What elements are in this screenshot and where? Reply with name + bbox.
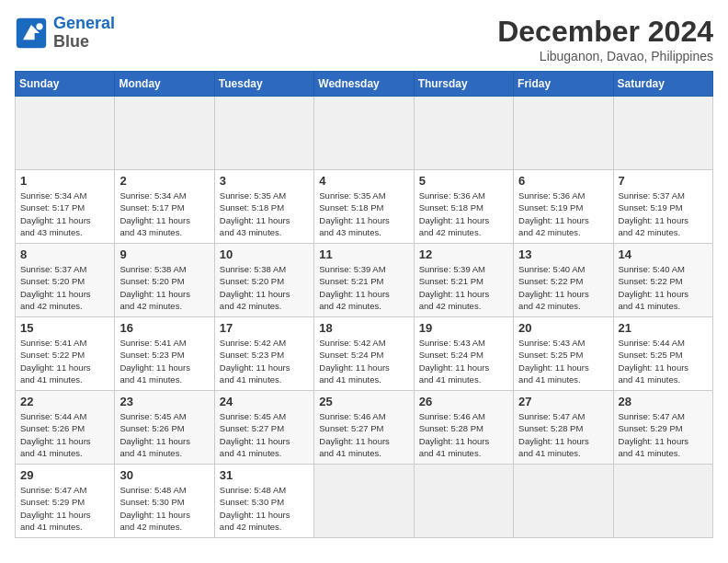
calendar-week-row: 1Sunrise: 5:34 AM Sunset: 5:17 PM Daylig… bbox=[16, 170, 713, 244]
calendar-cell: 19Sunrise: 5:43 AM Sunset: 5:24 PM Dayli… bbox=[414, 317, 513, 391]
calendar-cell: 28Sunrise: 5:47 AM Sunset: 5:29 PM Dayli… bbox=[613, 391, 712, 465]
title-block: December 2024 Libuganon, Davao, Philippi… bbox=[497, 15, 713, 63]
calendar-cell: 25Sunrise: 5:46 AM Sunset: 5:27 PM Dayli… bbox=[314, 391, 414, 465]
calendar-cell: 16Sunrise: 5:41 AM Sunset: 5:23 PM Dayli… bbox=[115, 317, 214, 391]
location: Libuganon, Davao, Philippines bbox=[497, 49, 713, 63]
day-info: Sunrise: 5:34 AM Sunset: 5:17 PM Dayligh… bbox=[119, 190, 209, 238]
day-number: 2 bbox=[119, 174, 209, 188]
day-number: 13 bbox=[518, 247, 608, 261]
day-info: Sunrise: 5:38 AM Sunset: 5:20 PM Dayligh… bbox=[119, 263, 209, 312]
day-number: 28 bbox=[619, 395, 708, 408]
calendar-cell bbox=[214, 97, 313, 170]
day-number: 10 bbox=[220, 247, 309, 261]
day-info: Sunrise: 5:42 AM Sunset: 5:23 PM Dayligh… bbox=[220, 337, 309, 385]
day-info: Sunrise: 5:47 AM Sunset: 5:28 PM Dayligh… bbox=[518, 410, 608, 459]
calendar-cell: 8Sunrise: 5:37 AM Sunset: 5:20 PM Daylig… bbox=[16, 244, 115, 317]
day-info: Sunrise: 5:37 AM Sunset: 5:19 PM Dayligh… bbox=[619, 190, 708, 238]
day-info: Sunrise: 5:40 AM Sunset: 5:22 PM Dayligh… bbox=[619, 263, 708, 312]
day-number: 5 bbox=[419, 174, 508, 188]
day-number: 4 bbox=[319, 174, 408, 188]
calendar-cell: 30Sunrise: 5:48 AM Sunset: 5:30 PM Dayli… bbox=[115, 465, 214, 538]
calendar-cell bbox=[314, 465, 414, 538]
calendar-cell bbox=[613, 97, 712, 170]
calendar-cell bbox=[16, 97, 115, 170]
calendar-cell: 7Sunrise: 5:37 AM Sunset: 5:19 PM Daylig… bbox=[613, 170, 712, 244]
calendar-header-row: SundayMondayTuesdayWednesdayThursdayFrid… bbox=[16, 72, 713, 97]
calendar-cell bbox=[613, 465, 712, 538]
day-number: 25 bbox=[319, 395, 408, 408]
calendar-table: SundayMondayTuesdayWednesdayThursdayFrid… bbox=[15, 71, 713, 538]
day-info: Sunrise: 5:38 AM Sunset: 5:20 PM Dayligh… bbox=[220, 263, 309, 312]
logo: General Blue bbox=[15, 15, 115, 52]
calendar-cell: 5Sunrise: 5:36 AM Sunset: 5:18 PM Daylig… bbox=[414, 170, 513, 244]
day-info: Sunrise: 5:46 AM Sunset: 5:28 PM Dayligh… bbox=[419, 410, 508, 459]
day-info: Sunrise: 5:46 AM Sunset: 5:27 PM Dayligh… bbox=[319, 410, 408, 459]
column-header-tuesday: Tuesday bbox=[214, 72, 313, 97]
calendar-cell: 1Sunrise: 5:34 AM Sunset: 5:17 PM Daylig… bbox=[16, 170, 115, 244]
calendar-week-row: 22Sunrise: 5:44 AM Sunset: 5:26 PM Dayli… bbox=[16, 391, 713, 465]
calendar-cell: 21Sunrise: 5:44 AM Sunset: 5:25 PM Dayli… bbox=[613, 317, 712, 391]
day-number: 21 bbox=[619, 321, 708, 335]
svg-point-2 bbox=[36, 23, 42, 29]
day-number: 19 bbox=[419, 321, 508, 335]
day-number: 7 bbox=[619, 174, 708, 188]
calendar-cell: 22Sunrise: 5:44 AM Sunset: 5:26 PM Dayli… bbox=[16, 391, 115, 465]
day-number: 20 bbox=[518, 321, 608, 335]
day-number: 9 bbox=[119, 247, 209, 261]
day-info: Sunrise: 5:43 AM Sunset: 5:24 PM Dayligh… bbox=[419, 337, 508, 385]
calendar-cell: 13Sunrise: 5:40 AM Sunset: 5:22 PM Dayli… bbox=[514, 244, 613, 317]
day-number: 14 bbox=[619, 247, 708, 261]
day-info: Sunrise: 5:45 AM Sunset: 5:26 PM Dayligh… bbox=[119, 410, 209, 459]
day-info: Sunrise: 5:34 AM Sunset: 5:17 PM Dayligh… bbox=[20, 190, 109, 238]
calendar-cell bbox=[414, 465, 513, 538]
calendar-cell: 31Sunrise: 5:48 AM Sunset: 5:30 PM Dayli… bbox=[214, 465, 313, 538]
day-number: 12 bbox=[419, 247, 508, 261]
day-number: 1 bbox=[20, 174, 109, 188]
calendar-week-row: 8Sunrise: 5:37 AM Sunset: 5:20 PM Daylig… bbox=[16, 244, 713, 317]
calendar-week-row: 29Sunrise: 5:47 AM Sunset: 5:29 PM Dayli… bbox=[16, 465, 713, 538]
calendar-cell: 4Sunrise: 5:35 AM Sunset: 5:18 PM Daylig… bbox=[314, 170, 414, 244]
calendar-cell bbox=[115, 97, 214, 170]
calendar-cell bbox=[514, 97, 613, 170]
day-number: 27 bbox=[518, 395, 608, 408]
calendar-cell: 23Sunrise: 5:45 AM Sunset: 5:26 PM Dayli… bbox=[115, 391, 214, 465]
calendar-cell: 26Sunrise: 5:46 AM Sunset: 5:28 PM Dayli… bbox=[414, 391, 513, 465]
column-header-sunday: Sunday bbox=[16, 72, 115, 97]
calendar-cell: 14Sunrise: 5:40 AM Sunset: 5:22 PM Dayli… bbox=[613, 244, 712, 317]
column-header-monday: Monday bbox=[115, 72, 214, 97]
day-info: Sunrise: 5:45 AM Sunset: 5:27 PM Dayligh… bbox=[220, 410, 309, 459]
calendar-cell: 11Sunrise: 5:39 AM Sunset: 5:21 PM Dayli… bbox=[314, 244, 414, 317]
day-info: Sunrise: 5:40 AM Sunset: 5:22 PM Dayligh… bbox=[518, 263, 608, 312]
day-number: 3 bbox=[220, 174, 309, 188]
calendar-cell: 17Sunrise: 5:42 AM Sunset: 5:23 PM Dayli… bbox=[214, 317, 313, 391]
day-number: 8 bbox=[20, 247, 109, 261]
calendar-cell: 2Sunrise: 5:34 AM Sunset: 5:17 PM Daylig… bbox=[115, 170, 214, 244]
calendar-cell: 18Sunrise: 5:42 AM Sunset: 5:24 PM Dayli… bbox=[314, 317, 414, 391]
calendar-cell: 10Sunrise: 5:38 AM Sunset: 5:20 PM Dayli… bbox=[214, 244, 313, 317]
calendar-cell: 12Sunrise: 5:39 AM Sunset: 5:21 PM Dayli… bbox=[414, 244, 513, 317]
column-header-wednesday: Wednesday bbox=[314, 72, 414, 97]
day-info: Sunrise: 5:35 AM Sunset: 5:18 PM Dayligh… bbox=[220, 190, 309, 238]
day-info: Sunrise: 5:47 AM Sunset: 5:29 PM Dayligh… bbox=[20, 484, 109, 533]
calendar-cell: 20Sunrise: 5:43 AM Sunset: 5:25 PM Dayli… bbox=[514, 317, 613, 391]
logo-icon bbox=[15, 17, 48, 50]
calendar-cell bbox=[414, 97, 513, 170]
day-info: Sunrise: 5:41 AM Sunset: 5:23 PM Dayligh… bbox=[119, 337, 209, 385]
calendar-cell: 3Sunrise: 5:35 AM Sunset: 5:18 PM Daylig… bbox=[214, 170, 313, 244]
day-info: Sunrise: 5:44 AM Sunset: 5:26 PM Dayligh… bbox=[20, 410, 109, 459]
day-info: Sunrise: 5:35 AM Sunset: 5:18 PM Dayligh… bbox=[319, 190, 408, 238]
day-number: 11 bbox=[319, 247, 408, 261]
calendar-cell bbox=[514, 465, 613, 538]
day-number: 15 bbox=[20, 321, 109, 335]
calendar-week-row: 15Sunrise: 5:41 AM Sunset: 5:22 PM Dayli… bbox=[16, 317, 713, 391]
day-number: 6 bbox=[518, 174, 608, 188]
day-number: 17 bbox=[220, 321, 309, 335]
page-header: General Blue December 2024 Libuganon, Da… bbox=[15, 15, 713, 63]
day-number: 16 bbox=[119, 321, 209, 335]
day-number: 30 bbox=[119, 468, 209, 482]
logo-text: General Blue bbox=[53, 15, 115, 52]
day-info: Sunrise: 5:47 AM Sunset: 5:29 PM Dayligh… bbox=[619, 410, 708, 459]
calendar-cell: 6Sunrise: 5:36 AM Sunset: 5:19 PM Daylig… bbox=[514, 170, 613, 244]
day-info: Sunrise: 5:36 AM Sunset: 5:19 PM Dayligh… bbox=[518, 190, 608, 238]
day-number: 29 bbox=[20, 468, 109, 482]
